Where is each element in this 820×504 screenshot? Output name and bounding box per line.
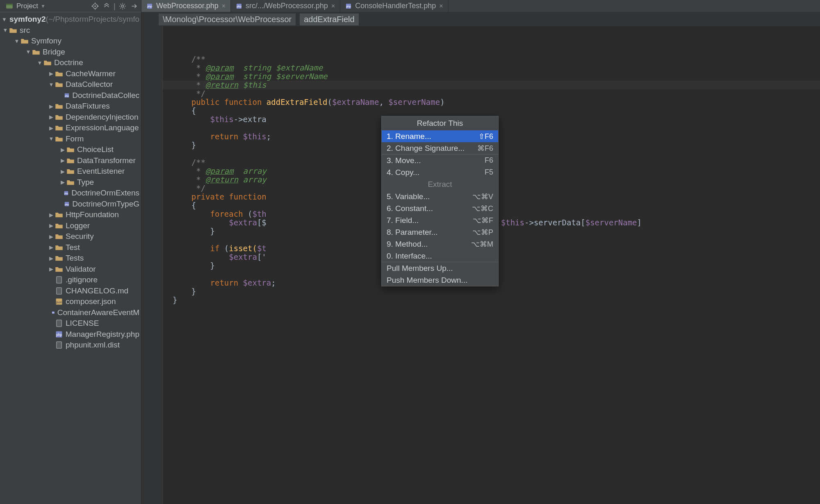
locate-icon[interactable] [91, 2, 100, 11]
collapse-all-icon[interactable] [102, 2, 111, 11]
tree-node-label: Tests [66, 254, 84, 263]
tree-row[interactable]: ▼src [0, 25, 141, 36]
tree-toggle[interactable]: ▶ [48, 222, 55, 229]
folder-icon [55, 80, 63, 89]
tree-toggle[interactable]: ▶ [48, 102, 55, 110]
tree-row[interactable]: ▶phpManagerRegistry.php [0, 329, 141, 340]
refactor-menu-item[interactable]: 4. Copy...F5 [382, 166, 498, 178]
tree-row[interactable]: ▶phpDoctrineOrmTypeG [0, 199, 141, 210]
tree-row[interactable]: ▼Symfony [0, 36, 141, 47]
menu-item-label: 0. Interface... [387, 252, 432, 261]
tree-toggle[interactable]: ▼ [13, 37, 20, 45]
tree-row[interactable]: ▶Test [0, 242, 141, 253]
tree-row[interactable]: ▶HttpFoundation [0, 209, 141, 220]
project-sidebar: Project ▼ | ▼ symfony2 (~/PhpstormProjec… [0, 0, 141, 504]
tree-node-label: src [20, 26, 30, 35]
tree-row[interactable]: ▶phpContainerAwareEventM [0, 307, 141, 318]
tree-row[interactable]: ▶Security [0, 231, 141, 242]
tree-row[interactable]: ▶Tests [0, 253, 141, 264]
gear-icon[interactable] [118, 2, 127, 11]
refactor-menu-item[interactable]: 8. Parameter...⌥⌘P [382, 226, 498, 238]
tree-toggle[interactable]: ▶ [48, 124, 55, 132]
tree-row[interactable]: ▶phpunit.xml.dist [0, 340, 141, 351]
svg-text:php: php [64, 192, 68, 195]
breadcrumb[interactable]: \Monolog\Processor\WebProcessor addExtra… [141, 12, 820, 26]
tree-row[interactable]: ▶phpDoctrineDataCollec [0, 90, 141, 101]
folder-icon [55, 265, 63, 273]
refactor-menu-item[interactable]: 9. Method...⌥⌘M [382, 238, 498, 250]
tree-row[interactable]: ▼Doctrine [0, 57, 141, 68]
tree-row[interactable]: ▶ChoiceList [0, 144, 141, 155]
tree-row[interactable]: ▶jsoncomposer.json [0, 296, 141, 307]
tree-toggle[interactable]: ▶ [59, 179, 66, 186]
menu-item-label: 3. Move... [387, 156, 421, 165]
folder-icon [20, 37, 29, 45]
folder-icon [55, 254, 63, 262]
tree-row[interactable]: ▼DataCollector [0, 79, 141, 90]
tree-toggle[interactable]: ▶ [48, 233, 55, 240]
tree-toggle[interactable]: ▶ [48, 70, 55, 77]
tree-toggle[interactable]: ▶ [59, 157, 66, 164]
close-icon[interactable]: × [222, 2, 226, 10]
tree-root[interactable]: ▼ symfony2 (~/PhpstormProjects/symfo [0, 14, 141, 25]
tree-node-label: Symfony [31, 36, 61, 45]
refactor-menu-item[interactable]: Push Members Down... [382, 274, 498, 286]
refactor-menu-item[interactable]: 2. Change Signature...⌘F6 [382, 142, 498, 154]
menu-item-label: 7. Field... [387, 216, 419, 225]
crumb-function[interactable]: addExtraField [300, 14, 358, 25]
folder-icon [55, 102, 63, 110]
tree-row[interactable]: ▼Bridge [0, 47, 141, 58]
tree-toggle[interactable]: ▶ [48, 254, 55, 262]
tree-node-label: DataCollector [66, 80, 113, 89]
tree-node-label: composer.json [66, 297, 116, 306]
editor-tab[interactable]: phpWebProcessor.php× [141, 0, 231, 12]
editor-tab[interactable]: phpConsoleHandlerTest.php× [340, 0, 448, 12]
close-icon[interactable]: × [331, 2, 335, 10]
hide-icon[interactable] [130, 2, 139, 11]
tree-toggle[interactable]: ▶ [59, 168, 66, 175]
editor-tab[interactable]: phpsrc/.../WebProcessor.php× [231, 0, 340, 12]
refactor-menu-item[interactable]: 1. Rename...⇧F6 [382, 130, 498, 142]
project-tree[interactable]: ▼ symfony2 (~/PhpstormProjects/symfo ▼sr… [0, 12, 141, 504]
tree-row[interactable]: ▶DependencyInjection [0, 112, 141, 123]
tree-toggle[interactable]: ▼ [2, 27, 9, 34]
tree-toggle[interactable]: ▶ [48, 114, 55, 121]
editor-gutter[interactable] [141, 26, 163, 504]
tree-toggle[interactable]: ▼ [36, 59, 43, 66]
project-view-dropdown[interactable]: Project ▼ [2, 1, 48, 11]
close-icon[interactable]: × [439, 2, 443, 10]
tree-toggle[interactable]: ▶ [48, 211, 55, 218]
tree-row[interactable]: ▶.gitignore [0, 275, 141, 286]
menu-item-label: 1. Rename... [387, 132, 431, 141]
tree-toggle[interactable]: ▶ [59, 146, 66, 153]
tree-row[interactable]: ▶DataTransformer [0, 155, 141, 166]
tab-label: WebProcessor.php [156, 2, 219, 10]
refactor-menu-item[interactable]: 5. Variable...⌥⌘V [382, 191, 498, 202]
tree-toggle[interactable]: ▶ [48, 266, 55, 273]
tree-row[interactable]: ▶Logger [0, 220, 141, 232]
tree-row[interactable]: ▶DataFixtures [0, 101, 141, 112]
tree-node-label: ContainerAwareEventM [57, 308, 139, 317]
tree-toggle[interactable]: ▶ [48, 244, 55, 251]
crumb-namespace[interactable]: \Monolog\Processor\WebProcessor [159, 14, 296, 25]
php-icon: php [52, 309, 55, 317]
tree-row[interactable]: ▶Type [0, 177, 141, 188]
tree-row[interactable]: ▶ExpressionLanguage [0, 123, 141, 134]
refactor-menu-item[interactable]: 6. Constant...⌥⌘C [382, 202, 498, 214]
tree-row[interactable]: ▶EventListener [0, 166, 141, 177]
refactor-menu-item[interactable]: Pull Members Up... [382, 262, 498, 274]
json-icon: json [55, 297, 63, 306]
tree-row[interactable]: ▶LICENSE [0, 318, 141, 329]
tree-toggle[interactable]: ▼ [2, 16, 7, 23]
tree-toggle[interactable]: ▼ [25, 48, 32, 56]
tree-row[interactable]: ▶CacheWarmer [0, 68, 141, 79]
tree-row[interactable]: ▶phpDoctrineOrmExtens [0, 188, 141, 199]
refactor-menu-item[interactable]: 7. Field...⌥⌘F [382, 214, 498, 226]
refactor-menu-item[interactable]: 3. Move...F6 [382, 154, 498, 166]
tree-toggle[interactable]: ▼ [48, 135, 55, 143]
tree-row[interactable]: ▶CHANGELOG.md [0, 286, 141, 297]
tree-row[interactable]: ▶Validator [0, 264, 141, 275]
tree-toggle[interactable]: ▼ [48, 81, 55, 88]
refactor-menu-item[interactable]: 0. Interface... [382, 250, 498, 262]
tree-row[interactable]: ▼Form [0, 134, 141, 145]
